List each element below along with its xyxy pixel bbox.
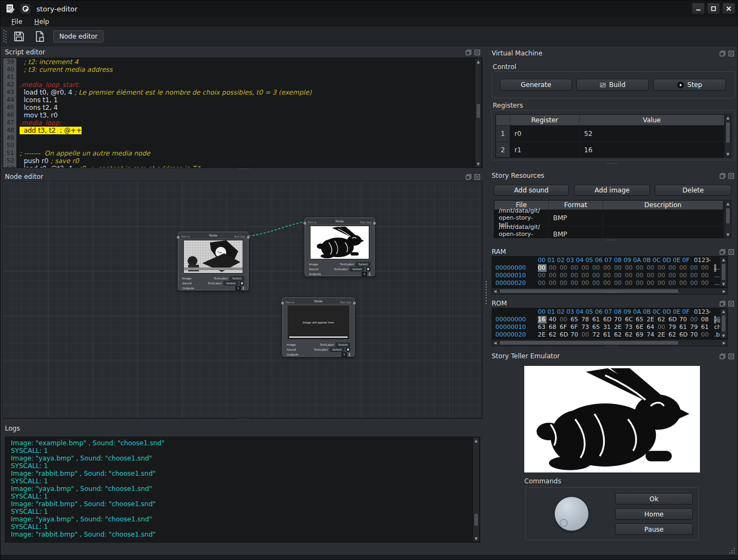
hex-bytes[interactable]: 00000000000000000000000000000000 [538, 264, 712, 272]
hex-byte[interactable]: 6E [636, 323, 647, 331]
close-icon[interactable] [474, 173, 480, 180]
hex-byte[interactable]: 00 [592, 272, 603, 279]
save-button[interactable] [11, 29, 27, 44]
hex-byte[interactable]: 65 [570, 316, 581, 323]
hex-row[interactable]: 00000020 2E626D70007261626269742E626D700… [492, 331, 727, 339]
hex-byte[interactable]: 6F [570, 323, 581, 331]
code-line[interactable]: 41 [3, 73, 482, 81]
hex-byte[interactable]: 00 [581, 264, 592, 272]
hex-byte[interactable]: 73 [581, 323, 592, 331]
hex-byte[interactable]: 00 [701, 272, 712, 279]
hex-byte[interactable]: 00 [549, 264, 560, 272]
hex-byte[interactable]: 00 [538, 264, 547, 272]
hex-byte[interactable]: 70 [614, 316, 625, 323]
image-select-button[interactable]: Select [336, 343, 350, 347]
hex-byte[interactable]: 68 [549, 323, 560, 331]
scroll-down-arrow[interactable]: ▼ [725, 232, 731, 238]
hex-byte[interactable]: 65 [636, 316, 647, 323]
hex-byte[interactable]: 00 [560, 272, 570, 279]
selection-knob[interactable] [555, 497, 588, 531]
hex-byte[interactable]: 00 [581, 272, 592, 279]
scroll-down-arrow[interactable]: ▼ [473, 536, 479, 542]
register-column-header[interactable]: Register [510, 115, 580, 125]
splitter-handle[interactable]: ······ [238, 418, 249, 421]
code-line[interactable]: 50 [3, 142, 482, 150]
generate-button[interactable]: Generate [500, 79, 572, 91]
port-out-connector[interactable] [373, 222, 376, 225]
scrollbar-thumb[interactable] [499, 289, 679, 294]
hex-byte[interactable]: 61 [679, 323, 690, 331]
splitter-handle[interactable]: ······ [606, 239, 617, 242]
rom-vscrollbar[interactable]: ▲ ▼ [720, 308, 727, 339]
scrollbar-thumb[interactable] [721, 263, 726, 281]
hex-byte[interactable]: 40 [549, 316, 560, 323]
resource-row[interactable]: /mnt/data/git/ open-story-tell… BMP [494, 226, 723, 238]
hex-row[interactable]: 00000010 63686F6F7365312E736E64007961796… [492, 323, 727, 331]
hex-byte[interactable]: 00 [668, 279, 679, 287]
node-canvas[interactable]: Node Port In Port Out [3, 181, 482, 419]
float-icon[interactable] [465, 173, 472, 180]
hex-byte[interactable]: 6D [560, 331, 570, 339]
hex-byte[interactable]: 00 [679, 272, 690, 279]
code-line[interactable]: 52 push r0 ; save r0 [3, 157, 482, 165]
close-button[interactable] [722, 3, 735, 14]
hex-byte[interactable]: 00 [538, 272, 549, 279]
close-icon[interactable] [728, 300, 734, 307]
scroll-left-arrow[interactable]: ◀ [492, 288, 498, 294]
outputs-value[interactable]: 1 [342, 352, 347, 357]
outputs-spinner[interactable]: ▲▼ [369, 272, 370, 276]
hex-byte[interactable]: 00 [614, 264, 625, 272]
hex-row[interactable]: 00000000 1640006578616D706C652E626D70000… [492, 316, 727, 323]
hex-byte[interactable]: 00 [679, 279, 690, 287]
scroll-up-arrow[interactable]: ▲ [725, 115, 731, 121]
scroll-down-arrow[interactable]: ▼ [721, 281, 727, 287]
hex-byte[interactable]: 6D [679, 331, 690, 339]
step-button[interactable]: Step [653, 79, 726, 91]
hex-byte[interactable]: 00 [560, 264, 570, 272]
splitter-handle[interactable]: ······ [606, 291, 617, 295]
hex-byte[interactable]: 00 [625, 279, 636, 287]
port-in-connector[interactable] [177, 236, 179, 239]
scroll-up-arrow[interactable]: ▲ [475, 59, 481, 65]
hex-byte[interactable]: 00 [690, 272, 701, 279]
hex-byte[interactable]: 00 [658, 264, 668, 272]
port-out-connector[interactable] [247, 236, 250, 239]
add-sound-button[interactable]: Add sound [494, 185, 569, 196]
toolbar-drag-handle[interactable] [3, 30, 7, 43]
code-line[interactable]: 47 .media_loop: [3, 119, 482, 127]
outputs-spinner[interactable]: ▲▼ [349, 352, 350, 357]
hex-byte[interactable]: 00 [592, 264, 603, 272]
hex-byte[interactable]: 73 [625, 323, 636, 331]
hex-byte[interactable]: 6F [560, 323, 570, 331]
outputs-value[interactable]: 1 [235, 286, 241, 290]
hex-byte[interactable]: 00 [701, 279, 712, 287]
register-row[interactable]: 2 r1 16 [496, 142, 724, 158]
hex-byte[interactable]: 2E [614, 323, 625, 331]
float-icon[interactable] [719, 248, 725, 255]
hex-byte[interactable]: 62 [668, 331, 679, 339]
splitter-handle[interactable]: ······ [606, 163, 617, 166]
hex-byte[interactable]: 2E [647, 316, 658, 323]
float-icon[interactable] [465, 49, 472, 55]
hex-byte[interactable]: 00 [658, 279, 668, 287]
hex-byte[interactable]: 62 [658, 316, 668, 323]
hex-byte[interactable]: 64 [647, 323, 658, 331]
home-button[interactable]: Home [615, 508, 693, 520]
hex-byte[interactable]: 70 [690, 331, 701, 339]
hex-byte[interactable]: 00 [614, 272, 625, 279]
code-line[interactable]: 45 lcons t2, 4 [3, 104, 482, 111]
logs-scrollbar[interactable]: ▲ ▼ [473, 437, 480, 542]
hex-byte[interactable]: 00 [570, 272, 581, 279]
hex-byte[interactable]: 00 [701, 331, 712, 339]
hex-byte[interactable]: 79 [668, 323, 679, 331]
outputs-value[interactable]: 1 [362, 272, 367, 276]
description-column-header[interactable]: Description [603, 201, 723, 209]
script-editor-scrollbar[interactable]: ▲ ▼ [475, 58, 482, 167]
hex-byte[interactable]: 00 [614, 279, 625, 287]
hex-row[interactable]: 00000020 0000000000000000000000000000000… [492, 279, 727, 287]
close-icon[interactable] [728, 353, 734, 359]
port-in-connector[interactable] [281, 302, 284, 304]
hex-byte[interactable]: 00 [636, 264, 647, 272]
outputs-spinner[interactable]: ▲▼ [243, 286, 244, 290]
scroll-down-arrow[interactable]: ▼ [725, 151, 731, 157]
